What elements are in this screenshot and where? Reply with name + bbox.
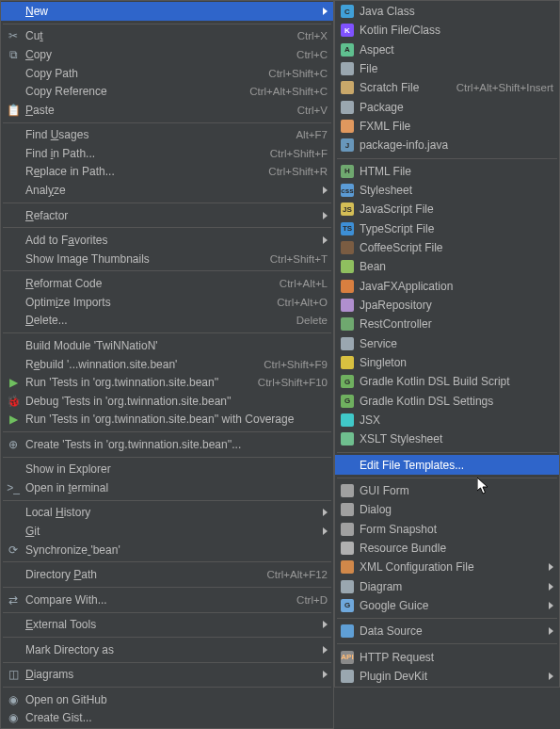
menu-item-refactor[interactable]: Refactor [1, 206, 333, 225]
separator [3, 270, 331, 271]
show-explorer-icon [5, 462, 22, 477]
menu-item-find-usages[interactable]: Find UsagesAlt+F7 [1, 125, 333, 144]
menu-item-git[interactable]: Git [1, 522, 333, 541]
menu-item-label: Edit File Templates... [360, 459, 553, 472]
menu-item-pkg-info[interactable]: Jpackage-info.java [335, 136, 559, 154]
coverage-icon: ▶ [5, 412, 22, 427]
menu-item-label: RestController [360, 317, 553, 331]
menu-item-compare[interactable]: ⇄Compare With...Ctrl+D [1, 591, 333, 609]
menu-item-label: Show in Explorer [25, 462, 328, 476]
menu-item-restctrl[interactable]: RestController [335, 315, 559, 333]
menu-item-coverage[interactable]: ▶Run 'Tests in 'org.twinnation.site.bean… [1, 411, 333, 429]
menu-item-guice[interactable]: GGoogle Guice [335, 596, 559, 615]
menu-item-xml-cfg[interactable]: XML Configuration File [335, 558, 559, 576]
menu-item-diagrams[interactable]: ◫Diagrams [1, 666, 333, 685]
sync-icon: ⟳ [5, 543, 22, 558]
menu-item-stylesheet[interactable]: cssStylesheet [335, 181, 559, 200]
menu-item-xslt[interactable]: XSLT Stylesheet [335, 429, 559, 448]
menu-item-dir-path[interactable]: Directory PathCtrl+Alt+F12 [1, 565, 333, 584]
menu-item-delete[interactable]: Delete...Delete [1, 312, 333, 331]
menu-item-run[interactable]: ▶Run 'Tests in 'org.twinnation.site.bean… [1, 373, 333, 392]
menu-item-paste[interactable]: 📋PasteCtrl+V [1, 101, 333, 120]
menu-item-file[interactable]: File [335, 59, 559, 78]
menu-item-label: Add to Favorites [25, 234, 317, 247]
menu-item-scratch[interactable]: Scratch FileCtrl+Alt+Shift+Insert [335, 78, 559, 97]
menu-item-label: Scratch File [360, 81, 447, 94]
debug-icon: 🐞 [5, 394, 22, 409]
menu-item-new[interactable]: New [1, 2, 333, 21]
shortcut: Ctrl+Shift+F [261, 148, 328, 159]
menu-item-datasource[interactable]: Data Source [335, 622, 559, 640]
menu-item-add-fav[interactable]: Add to Favorites [1, 231, 333, 250]
menu-item-analyze[interactable]: Analyze [1, 181, 333, 200]
menu-item-fxml[interactable]: FXML File [335, 117, 559, 136]
menu-item-create-gist[interactable]: ◉Create Gist... [1, 709, 333, 728]
gradle-build-icon: G [339, 374, 356, 389]
menu-item-edit-tpl[interactable]: Edit File Templates... [335, 455, 559, 474]
menu-item-js[interactable]: JSJavaScript File [335, 200, 559, 219]
menu-item-opt-imports[interactable]: Optimize ImportsCtrl+Alt+O [1, 293, 333, 312]
submenu-arrow-icon [323, 527, 328, 535]
menu-item-kotlin[interactable]: KKotlin File/Class [335, 21, 559, 40]
menu-item-sync[interactable]: ⟳Synchronize 'bean' [1, 541, 333, 559]
menu-item-label: Compare With... [25, 593, 287, 607]
menu-item-copy-path[interactable]: Copy PathCtrl+Shift+C [1, 64, 333, 83]
menu-item-copy-ref[interactable]: Copy ReferenceCtrl+Alt+Shift+C [1, 82, 333, 101]
menu-item-form-snap[interactable]: Form Snapshot [335, 519, 559, 538]
shortcut: Ctrl+Alt+Shift+C [240, 86, 328, 97]
menu-item-ts[interactable]: TSTypeScript File [335, 219, 559, 238]
menu-item-open-github[interactable]: ◉Open on GitHub [1, 690, 333, 709]
menu-item-bean[interactable]: Bean [335, 257, 559, 276]
submenu-arrow-icon [549, 627, 553, 635]
menu-item-aspect[interactable]: AAspect [335, 40, 559, 59]
menu-item-diagram[interactable]: Diagram [335, 576, 559, 595]
menu-item-gui-form[interactable]: GUI Form [335, 481, 559, 500]
menu-item-label: Cut [25, 29, 288, 42]
replace-in-path-icon [5, 164, 22, 179]
shortcut: Alt+F7 [286, 129, 328, 140]
add-fav-icon [5, 233, 22, 248]
menu-item-find-in-path[interactable]: Find in Path...Ctrl+Shift+F [1, 144, 333, 163]
menu-item-mark-dir[interactable]: Mark Directory as [1, 640, 333, 659]
menu-item-plugin-dev[interactable]: Plugin DevKit [335, 667, 559, 686]
menu-item-open-terminal[interactable]: >_Open in terminal [1, 478, 333, 497]
menu-item-debug[interactable]: 🐞Debug 'Tests in 'org.twinnation.site.be… [1, 392, 333, 411]
menu-item-singleton[interactable]: Singleton [335, 353, 559, 372]
separator [337, 643, 557, 644]
analyze-icon [5, 183, 22, 198]
plugin-dev-icon [339, 669, 356, 684]
menu-item-jsx[interactable]: JSX [335, 411, 559, 429]
menu-item-local-history[interactable]: Local History [1, 504, 333, 523]
menu-item-html[interactable]: HHTML File [335, 162, 559, 181]
menu-item-show-thumbs[interactable]: Show Image ThumbnailsCtrl+Shift+T [1, 250, 333, 268]
menu-item-reformat[interactable]: Reformat CodeCtrl+Alt+L [1, 274, 333, 293]
menu-item-copy[interactable]: ⧉CopyCtrl+C [1, 45, 333, 64]
mark-dir-icon [5, 642, 22, 657]
menu-item-rebuild[interactable]: Rebuild '...winnation.site.bean'Ctrl+Shi… [1, 355, 333, 374]
menu-item-gradle-build[interactable]: GGradle Kotlin DSL Build Script [335, 372, 559, 391]
gui-form-icon [339, 483, 356, 498]
separator [3, 24, 331, 24]
menu-item-create-tests[interactable]: ⊕Create 'Tests in 'org.twinnation.site.b… [1, 435, 333, 454]
menu-item-build-mod[interactable]: Build Module 'TwiNNatioN' [1, 336, 333, 355]
menu-item-jfxapp[interactable]: JavaFXApplication [335, 277, 559, 296]
menu-item-jparepo[interactable]: JpaRepository [335, 296, 559, 315]
menu-item-cut[interactable]: ✂CutCtrl+X [1, 27, 333, 46]
open-github-icon: ◉ [5, 692, 22, 707]
menu-item-package[interactable]: Package [335, 98, 559, 117]
menu-item-java-class[interactable]: CJava Class [335, 2, 559, 21]
menu-item-external-tools[interactable]: External Tools [1, 615, 333, 634]
diagrams-icon: ◫ [5, 667, 22, 682]
menu-item-coffee[interactable]: CoffeeScript File [335, 238, 559, 257]
menu-item-service[interactable]: Service [335, 334, 559, 353]
shortcut: Ctrl+Alt+L [270, 278, 328, 289]
menu-item-res-bundle[interactable]: Resource Bundle [335, 539, 559, 558]
menu-item-label: Rebuild '...winnation.site.bean' [25, 358, 254, 371]
menu-item-show-explorer[interactable]: Show in Explorer [1, 461, 333, 479]
datasource-icon [339, 624, 356, 639]
menu-item-gradle-settings[interactable]: GGradle Kotlin DSL Settings [335, 392, 559, 411]
menu-item-label: Resource Bundle [360, 542, 553, 555]
menu-item-dialog[interactable]: Dialog [335, 500, 559, 519]
menu-item-http-req[interactable]: APIHTTP Request [335, 647, 559, 666]
menu-item-replace-in-path[interactable]: Replace in Path...Ctrl+Shift+R [1, 163, 333, 182]
